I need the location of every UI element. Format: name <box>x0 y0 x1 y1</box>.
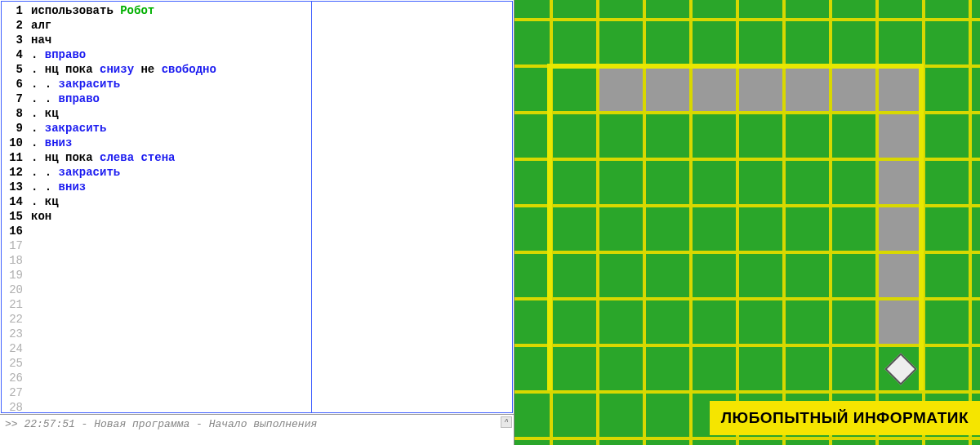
grid-cell <box>514 299 551 345</box>
grid-cell <box>924 159 970 206</box>
grid-cell <box>970 66 980 113</box>
grid-cell <box>644 159 691 206</box>
grid-cell <box>924 20 970 66</box>
grid-cell <box>924 252 970 299</box>
grid-cell <box>831 438 877 445</box>
grid-cell <box>644 345 691 392</box>
console-line: >> 22:57:51 - Новая программа - Начало в… <box>5 418 509 430</box>
grid-cell <box>598 0 644 20</box>
grid-cell <box>644 392 691 438</box>
grid-cell <box>831 0 877 20</box>
grid-cell <box>831 66 877 113</box>
grid-cell <box>514 252 551 299</box>
grid-cell <box>924 299 970 345</box>
grid-cell <box>644 113 691 159</box>
grid-cell <box>551 345 598 392</box>
grid-cell <box>551 20 598 66</box>
grid-cell <box>598 20 644 66</box>
grid-cell <box>514 159 551 206</box>
grid-cell <box>691 206 737 252</box>
grid-cell <box>551 392 598 438</box>
grid-cell <box>644 20 691 66</box>
grid-cell <box>970 206 980 252</box>
grid-cell <box>598 159 644 206</box>
robot-grid <box>514 0 980 445</box>
grid-cell <box>514 66 551 113</box>
grid-cell <box>514 113 551 159</box>
grid-cell <box>598 299 644 345</box>
grid-cell <box>514 0 551 20</box>
grid-cell <box>691 438 737 445</box>
grid-cell <box>598 392 644 438</box>
line-gutter: 1234567891011121314151617181920212223242… <box>2 2 28 412</box>
grid-cell <box>784 438 831 445</box>
main-area: 1234567891011121314151617181920212223242… <box>0 0 980 445</box>
grid-cell <box>924 0 970 20</box>
scroll-up-icon[interactable]: ^ <box>501 416 512 428</box>
grid-cell <box>598 252 644 299</box>
grid-cell <box>644 66 691 113</box>
grid-cell <box>598 206 644 252</box>
grid-cell <box>644 206 691 252</box>
robot-panel[interactable]: ЛЮБОПЫТНЫЙ ИНФОРМАТИК <box>514 0 980 445</box>
grid-cell <box>737 438 784 445</box>
grid-cell <box>737 66 784 113</box>
grid-cell <box>831 345 877 392</box>
editor-wrap: 1234567891011121314151617181920212223242… <box>0 0 514 445</box>
grid-cell <box>784 252 831 299</box>
grid-cell <box>551 252 598 299</box>
grid-cell <box>551 66 598 113</box>
wall <box>547 64 923 69</box>
editor-panes: 1234567891011121314151617181920212223242… <box>1 1 513 413</box>
grid-cell <box>598 345 644 392</box>
console[interactable]: >> 22:57:51 - Новая программа - Начало в… <box>0 414 514 445</box>
grid-cell <box>514 206 551 252</box>
grid-cell <box>970 20 980 66</box>
grid-cell <box>784 0 831 20</box>
grid-cell <box>691 66 737 113</box>
wall <box>547 64 552 390</box>
grid-cell <box>970 345 980 392</box>
grid-cell <box>970 159 980 206</box>
grid-cell <box>551 299 598 345</box>
grid-cell <box>514 392 551 438</box>
grid-cell <box>784 66 831 113</box>
grid-cell <box>551 438 598 445</box>
grid-cell <box>831 206 877 252</box>
grid-cell <box>691 299 737 345</box>
code-area[interactable]: использовать Роботалгнач. вправо. нц пок… <box>28 2 311 412</box>
grid-cell <box>598 438 644 445</box>
grid-cell <box>514 345 551 392</box>
code-pane[interactable]: 1234567891011121314151617181920212223242… <box>2 2 312 412</box>
grid-cell <box>970 113 980 159</box>
grid-cell <box>644 0 691 20</box>
grid-cell <box>877 0 924 20</box>
grid-cell <box>691 252 737 299</box>
wall <box>919 64 924 390</box>
grid-cell <box>784 206 831 252</box>
grid-cell <box>877 159 924 206</box>
grid-cell <box>924 113 970 159</box>
grid-cell <box>737 20 784 66</box>
grid-cell <box>924 66 970 113</box>
grid-cell <box>831 20 877 66</box>
grid-cell <box>644 299 691 345</box>
grid-cell <box>877 206 924 252</box>
grid-cell <box>691 159 737 206</box>
grid-cell <box>831 159 877 206</box>
watermark-badge: ЛЮБОПЫТНЫЙ ИНФОРМАТИК <box>710 401 980 435</box>
grid-cell <box>551 159 598 206</box>
grid-cell <box>924 206 970 252</box>
grid-cell <box>691 113 737 159</box>
grid-cell <box>877 66 924 113</box>
grid-cell <box>514 438 551 445</box>
grid-cell <box>737 113 784 159</box>
grid-cell <box>924 345 970 392</box>
grid-cell <box>737 299 784 345</box>
grid-cell <box>737 252 784 299</box>
grid-cell <box>691 345 737 392</box>
grid-cell <box>551 206 598 252</box>
grid-cell <box>551 113 598 159</box>
grid-cell <box>737 206 784 252</box>
grid-cell <box>877 438 924 445</box>
